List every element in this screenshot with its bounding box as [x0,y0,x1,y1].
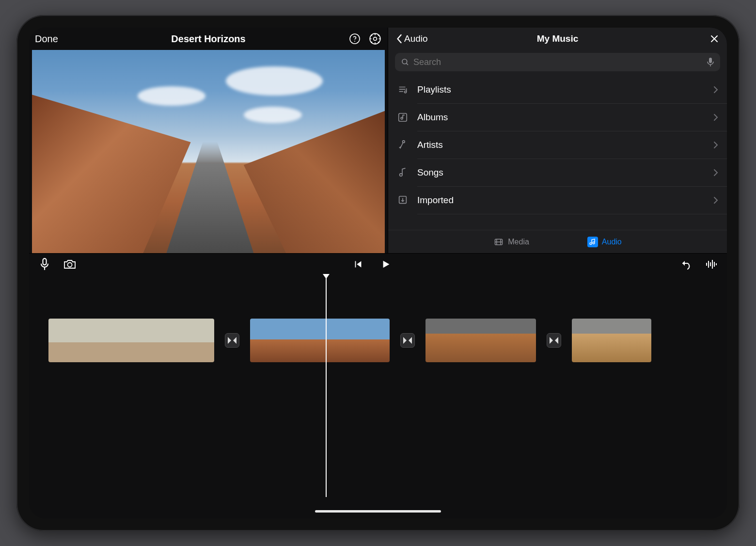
search-field[interactable] [395,53,720,71]
close-icon[interactable] [709,34,719,44]
clip-4[interactable] [572,319,651,362]
home-indicator[interactable] [315,510,441,513]
camera-icon[interactable] [63,257,77,271]
music-category-list: Playlists Albums Artists [388,76,727,230]
mic-icon[interactable] [707,57,714,67]
play-icon[interactable] [379,257,393,271]
svg-point-3 [374,37,377,41]
song-icon [397,167,409,178]
svg-point-10 [400,174,403,177]
svg-rect-18 [712,260,713,269]
panel-tabs: Media Audio [388,230,727,253]
tab-media-label: Media [508,238,529,246]
skip-back-icon[interactable] [351,257,364,271]
back-button[interactable]: Audio [396,33,428,44]
clip-2[interactable] [250,319,390,362]
row-label: Songs [417,167,705,178]
transition-icon[interactable] [547,333,561,348]
search-input[interactable] [413,57,703,67]
chevron-right-icon [713,113,718,121]
svg-rect-5 [709,58,712,63]
svg-point-4 [402,59,407,64]
svg-rect-20 [716,263,717,265]
playhead[interactable] [326,275,327,497]
row-songs[interactable]: Songs [388,159,727,186]
ipad-frame: Done Desert Horizons [16,15,740,531]
title-bar: Done Desert Horizons [29,28,388,50]
audio-icon [587,237,598,247]
transition-icon[interactable] [400,333,415,348]
voiceover-icon[interactable] [38,257,51,271]
timeline[interactable] [29,275,727,518]
project-title: Desert Horizons [103,33,314,45]
media-icon [493,237,504,247]
chevron-right-icon [713,196,718,204]
svg-point-9 [403,141,405,143]
row-albums[interactable]: Albums [388,104,727,131]
svg-rect-15 [706,263,707,266]
undo-icon[interactable] [679,257,693,271]
svg-rect-16 [708,261,709,268]
help-icon[interactable] [348,32,362,46]
row-label: Playlists [417,84,705,95]
row-label: Artists [417,140,705,150]
transition-icon[interactable] [225,333,239,348]
waveform-icon[interactable] [705,257,718,271]
tab-audio[interactable]: Audio [587,237,622,247]
row-label: Imported [417,195,705,206]
back-label: Audio [404,33,428,44]
row-artists[interactable]: Artists [388,131,727,159]
app-screen: Done Desert Horizons [29,28,727,518]
row-playlists[interactable]: Playlists [388,76,727,103]
panel-title: My Music [388,33,727,44]
clip-3[interactable] [425,319,536,362]
done-button[interactable]: Done [35,33,103,45]
gear-icon[interactable] [368,32,382,46]
imported-icon [397,194,409,206]
clip-1[interactable] [48,319,214,362]
artist-icon [397,139,409,151]
timeline-toolbar [29,254,727,275]
tab-audio-label: Audio [602,238,622,246]
playlist-icon [397,84,409,96]
svg-point-1 [354,41,355,42]
chevron-right-icon [713,169,718,177]
audio-panel: Audio My Music [388,28,727,253]
svg-rect-13 [43,258,46,265]
row-label: Albums [417,112,705,123]
album-icon [397,112,409,123]
video-track[interactable] [29,314,727,367]
chevron-right-icon [713,86,718,94]
svg-rect-17 [710,262,711,266]
search-icon [401,58,410,66]
tab-media[interactable]: Media [493,237,529,247]
video-preview[interactable] [32,50,385,253]
row-imported[interactable]: Imported [388,187,727,214]
chevron-right-icon [713,141,718,149]
svg-rect-19 [714,262,715,267]
svg-point-14 [68,263,72,267]
